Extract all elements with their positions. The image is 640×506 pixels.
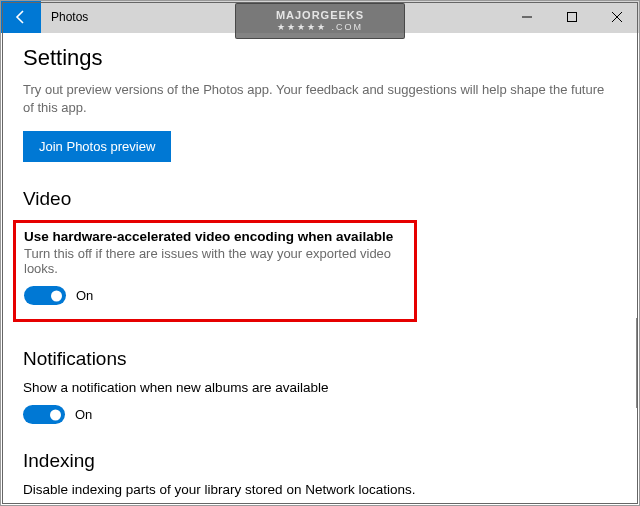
toggle-knob (51, 290, 62, 301)
minimize-icon (522, 12, 532, 22)
video-section-title: Video (23, 188, 617, 210)
close-icon (612, 12, 622, 22)
app-title: Photos (51, 10, 88, 24)
new-albums-state: On (75, 407, 92, 422)
new-albums-toggle-row: On (23, 405, 617, 424)
maximize-icon (567, 12, 577, 22)
hw-accel-sublabel: Turn this off if there are issues with t… (24, 246, 406, 276)
indexing-section: Indexing Disable indexing parts of your … (23, 450, 617, 506)
video-highlight-box: Use hardware-accelerated video encoding … (13, 220, 417, 322)
svg-rect-0 (567, 13, 576, 22)
maximize-button[interactable] (549, 1, 594, 33)
indexing-section-title: Indexing (23, 450, 617, 472)
toggle-knob (50, 409, 61, 420)
notifications-section: Notifications Show a notification when n… (23, 348, 617, 424)
scrollbar[interactable] (636, 318, 638, 408)
preview-description: Try out preview versions of the Photos a… (23, 81, 617, 117)
watermark-sub: ★★★★★ .COM (277, 23, 363, 32)
window-controls (504, 1, 639, 33)
arrow-left-icon (13, 9, 29, 25)
titlebar: Photos MAJORGEEKS ★★★★★ .COM (1, 1, 639, 33)
minimize-button[interactable] (504, 1, 549, 33)
hw-accel-toggle-row: On (24, 286, 406, 305)
close-button[interactable] (594, 1, 639, 33)
video-section: Video Use hardware-accelerated video enc… (23, 188, 617, 322)
page-title: Settings (23, 45, 617, 71)
new-albums-toggle[interactable] (23, 405, 65, 424)
new-albums-label: Show a notification when new albums are … (23, 380, 617, 395)
hw-accel-toggle[interactable] (24, 286, 66, 305)
join-photos-preview-button[interactable]: Join Photos preview (23, 131, 171, 162)
notifications-section-title: Notifications (23, 348, 617, 370)
hw-accel-label: Use hardware-accelerated video encoding … (24, 229, 406, 244)
watermark-main: MAJORGEEKS (276, 10, 364, 21)
back-button[interactable] (1, 1, 41, 33)
watermark-badge: MAJORGEEKS ★★★★★ .COM (235, 3, 405, 39)
indexing-network-label: Disable indexing parts of your library s… (23, 482, 617, 497)
settings-content: Settings Try out preview versions of the… (1, 33, 639, 506)
hw-accel-state: On (76, 288, 93, 303)
